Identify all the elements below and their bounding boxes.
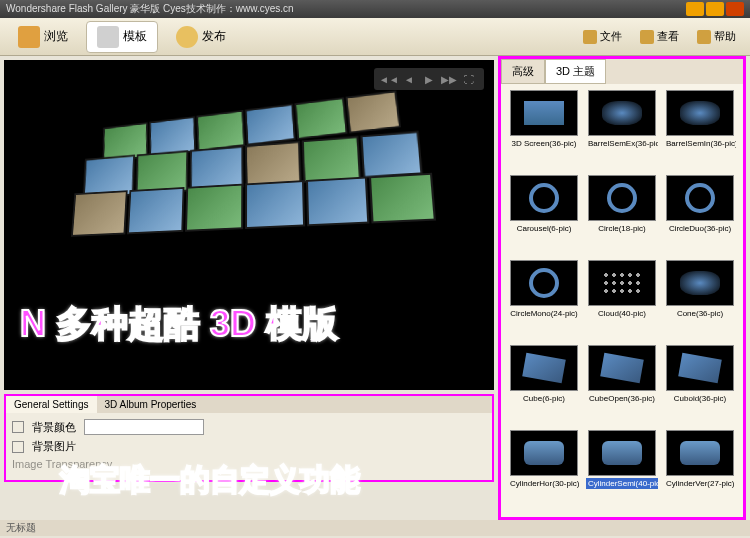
theme-thumb[interactable]: BarrelSemIn(36-pic)	[663, 90, 737, 171]
theme-grid[interactable]: 3D Screen(36-pic)BarrelSemEx(36-pic)Barr…	[501, 84, 743, 517]
file-icon	[583, 30, 597, 44]
thumb-label: Cuboid(36-pic)	[672, 393, 728, 404]
thumb-label: Cube(6-pic)	[521, 393, 567, 404]
thumb-image	[588, 90, 656, 136]
theme-thumb[interactable]: CircleDuo(36-pic)	[663, 175, 737, 256]
help-icon	[697, 30, 711, 44]
theme-thumb[interactable]: CylinderVer(27-pic)	[663, 430, 737, 511]
browse-label: 浏览	[44, 28, 68, 45]
thumb-label: Cloud(40-pic)	[596, 308, 648, 319]
thumb-label: CircleDuo(36-pic)	[667, 223, 733, 234]
theme-thumb[interactable]: 3D Screen(36-pic)	[507, 90, 581, 171]
close-button[interactable]	[726, 2, 744, 16]
tab-advanced[interactable]: 高级	[501, 59, 545, 84]
theme-thumb[interactable]: CylinderSemi(40-pic)	[585, 430, 659, 511]
thumb-label: CylinderSemi(40-pic)	[586, 478, 658, 489]
theme-thumb[interactable]: Cuboid(36-pic)	[663, 345, 737, 426]
theme-thumb[interactable]: CubeOpen(36-pic)	[585, 345, 659, 426]
fullscreen-icon[interactable]: ⛶	[462, 72, 476, 86]
tab-album[interactable]: 3D Album Properties	[97, 396, 205, 413]
thumb-label: Carousel(6-pic)	[515, 223, 574, 234]
thumb-image	[510, 260, 578, 306]
thumb-image	[666, 430, 734, 476]
template-button[interactable]: 模板	[86, 21, 158, 53]
template-label: 模板	[123, 28, 147, 45]
next-icon[interactable]: ▶▶	[442, 72, 456, 86]
thumb-image	[666, 90, 734, 136]
toolbar-right: 文件 查看 帮助	[577, 27, 742, 46]
theme-thumb[interactable]: Cloud(40-pic)	[585, 260, 659, 341]
window-controls	[686, 2, 744, 16]
thumb-image	[510, 430, 578, 476]
settings-tabs: General Settings 3D Album Properties	[6, 396, 492, 413]
thumb-label: BarrelSemIn(36-pic)	[664, 138, 736, 149]
left-panel: ◄◄ ◄ ▶ ▶▶ ⛶ General Settings 3D Album Pr…	[0, 56, 498, 520]
theme-thumb[interactable]: Cone(36-pic)	[663, 260, 737, 341]
find-menu[interactable]: 查看	[634, 27, 685, 46]
play-icon[interactable]: ▶	[422, 72, 436, 86]
titlebar: Wondershare Flash Gallery 豪华版 Cyes技术制作：w…	[0, 0, 750, 18]
main-area: ◄◄ ◄ ▶ ▶▶ ⛶ General Settings 3D Album Pr…	[0, 56, 750, 520]
player-controls: ◄◄ ◄ ▶ ▶▶ ⛶	[374, 68, 484, 90]
thumb-image	[666, 260, 734, 306]
browse-button[interactable]: 浏览	[8, 22, 78, 52]
bgcolor-checkbox[interactable]	[12, 421, 24, 433]
thumb-label: 3D Screen(36-pic)	[510, 138, 579, 149]
bgcolor-label: 背景颜色	[32, 420, 76, 435]
theme-panel: 高级 3D 主题 3D Screen(36-pic)BarrelSemEx(36…	[498, 56, 746, 520]
thumb-image	[510, 90, 578, 136]
prev-icon[interactable]: ◄◄	[382, 72, 396, 86]
theme-thumb[interactable]: CylinderHor(30-pic)	[507, 430, 581, 511]
thumb-label: Cone(36-pic)	[675, 308, 725, 319]
theme-thumb[interactable]: BarrelSemEx(36-pic)	[585, 90, 659, 171]
promo-overlay-1: N 多种超酷 3D 模版	[20, 300, 338, 349]
thumb-image	[666, 175, 734, 221]
tab-3dtheme[interactable]: 3D 主题	[545, 59, 606, 84]
theme-thumb[interactable]: Cube(6-pic)	[507, 345, 581, 426]
template-icon	[97, 26, 119, 48]
publish-icon	[176, 26, 198, 48]
thumb-image	[666, 345, 734, 391]
thumb-image	[510, 175, 578, 221]
search-icon	[640, 30, 654, 44]
theme-thumb[interactable]: Carousel(6-pic)	[507, 175, 581, 256]
minimize-button[interactable]	[686, 2, 704, 16]
thumb-label: BarrelSemEx(36-pic)	[586, 138, 658, 149]
bgcolor-swatch[interactable]	[84, 419, 204, 435]
promo-overlay-2: 淘宝唯一的自定义功能	[60, 460, 360, 501]
statusbar: 无标题	[0, 520, 750, 536]
folder-icon	[18, 26, 40, 48]
thumb-image	[588, 175, 656, 221]
thumb-image	[588, 260, 656, 306]
thumb-image	[588, 345, 656, 391]
title-text: Wondershare Flash Gallery 豪华版 Cyes技术制作：w…	[6, 2, 294, 16]
thumb-image	[588, 430, 656, 476]
thumb-label: CircleMono(24-pic)	[508, 308, 580, 319]
publish-button[interactable]: 发布	[166, 22, 236, 52]
thumb-label: CylinderHor(30-pic)	[508, 478, 580, 489]
maximize-button[interactable]	[706, 2, 724, 16]
file-menu[interactable]: 文件	[577, 27, 628, 46]
main-toolbar: 浏览 模板 发布 文件 查看 帮助	[0, 18, 750, 56]
tab-general[interactable]: General Settings	[6, 396, 97, 413]
help-menu[interactable]: 帮助	[691, 27, 742, 46]
status-text: 无标题	[6, 522, 36, 533]
theme-thumb[interactable]: Circle(18-pic)	[585, 175, 659, 256]
bgimage-checkbox[interactable]	[12, 441, 24, 453]
thumb-image	[510, 345, 578, 391]
back-icon[interactable]: ◄	[402, 72, 416, 86]
thumb-label: CylinderVer(27-pic)	[664, 478, 736, 489]
thumb-label: Circle(18-pic)	[596, 223, 648, 234]
publish-label: 发布	[202, 28, 226, 45]
theme-thumb[interactable]: CircleMono(24-pic)	[507, 260, 581, 341]
thumb-label: CubeOpen(36-pic)	[587, 393, 657, 404]
bgimage-label: 背景图片	[32, 439, 76, 454]
theme-tabs: 高级 3D 主题	[501, 59, 743, 84]
